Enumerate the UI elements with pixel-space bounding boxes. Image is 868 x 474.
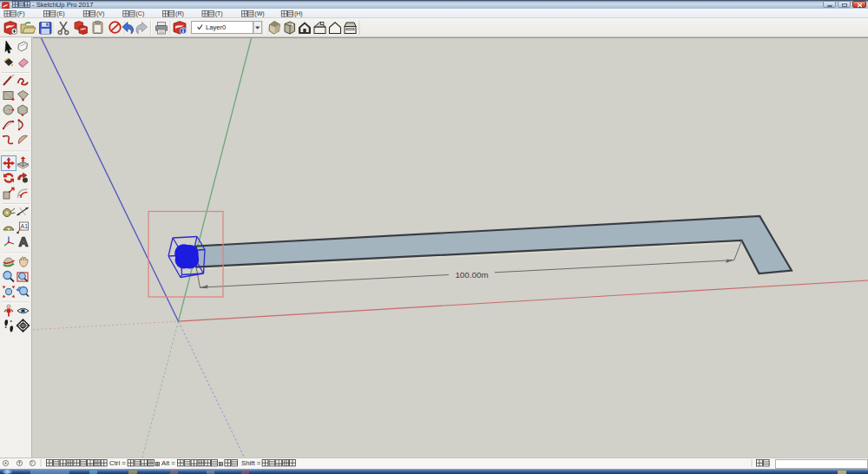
svg-text:(E): (E) <box>56 10 64 17</box>
svg-text:(R): (R) <box>175 10 184 17</box>
svg-text:Alt =: Alt = <box>161 459 175 467</box>
svg-text:(W): (W) <box>254 10 264 17</box>
svg-text:(C): (C) <box>136 10 145 17</box>
svg-text:(T): (T) <box>215 10 223 17</box>
svg-text:(F): (F) <box>17 10 25 17</box>
svg-text:(H): (H) <box>294 10 303 17</box>
svg-text:Ctrl =: Ctrl = <box>109 459 126 467</box>
svg-text:A1: A1 <box>21 223 29 229</box>
svg-text:Layer0: Layer0 <box>206 23 226 31</box>
svg-text:?: ? <box>30 460 33 466</box>
svg-text:100.00m: 100.00m <box>455 270 488 280</box>
svg-text:(V): (V) <box>96 10 104 17</box>
svg-text:Shift =: Shift = <box>241 459 261 467</box>
